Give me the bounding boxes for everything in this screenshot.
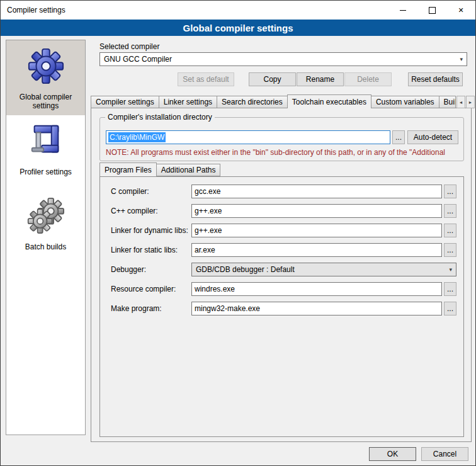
sidebar-item-label: Batch builds: [23, 242, 69, 251]
make-program-browse-button[interactable]: ...: [444, 302, 456, 315]
cpp-compiler-input[interactable]: [191, 204, 442, 218]
make-program-row: Make program: ...: [100, 302, 463, 315]
gray-gears-icon: [26, 196, 66, 236]
reset-defaults-button[interactable]: Reset defaults: [408, 72, 463, 86]
caption-buttons: ✕: [388, 1, 475, 20]
debugger-value: GDB/CDB debugger : Default: [196, 265, 449, 274]
cpp-compiler-row: C++ compiler: ...: [100, 204, 463, 218]
auto-detect-button[interactable]: Auto-detect: [407, 130, 458, 144]
arrow-left-icon: ◄: [459, 100, 463, 105]
delete-button[interactable]: Delete: [344, 72, 392, 86]
program-files-panel: C compiler: ... C++ compiler: ... Linker…: [99, 176, 464, 437]
resource-compiler-input[interactable]: [191, 282, 442, 296]
tab-scroll-left-button[interactable]: ◄: [456, 96, 465, 108]
c-compiler-browse-button[interactable]: ...: [444, 185, 456, 198]
make-program-label: Make program:: [111, 302, 162, 315]
c-compiler-input[interactable]: [191, 185, 442, 198]
make-program-input[interactable]: [191, 302, 442, 315]
debugger-row: Debugger: GDB/CDB debugger : Default ▾: [100, 263, 463, 276]
dynamic-linker-browse-button[interactable]: ...: [444, 224, 456, 237]
selected-compiler-dropdown[interactable]: GNU GCC Compiler ▾: [99, 52, 467, 66]
resource-compiler-browse-button[interactable]: ...: [444, 282, 456, 296]
tab-scroll-right-button[interactable]: ►: [466, 96, 475, 108]
sidebar-item-profiler-settings[interactable]: Profiler settings: [6, 115, 85, 190]
minimize-icon: [400, 10, 406, 11]
rename-button[interactable]: Rename: [297, 72, 344, 86]
c-compiler-label: C compiler:: [111, 185, 149, 198]
maximize-button[interactable]: [417, 1, 446, 20]
selected-compiler-value: GNU GCC Compiler: [104, 55, 460, 64]
debugger-label: Debugger:: [111, 263, 146, 276]
toolchain-executables-panel: Compiler's installation directory C:\ray…: [91, 108, 472, 442]
ok-button[interactable]: OK: [369, 447, 416, 461]
debugger-dropdown[interactable]: GDB/CDB debugger : Default ▾: [191, 263, 456, 276]
static-linker-label: Linker for static libs:: [111, 243, 178, 257]
cpp-compiler-browse-button[interactable]: ...: [444, 204, 456, 218]
arrow-right-icon: ►: [468, 100, 473, 105]
tab-compiler-settings[interactable]: Compiler settings: [91, 96, 159, 108]
subtab-additional-paths[interactable]: Additional Paths: [156, 164, 221, 176]
close-icon: ✕: [458, 6, 463, 14]
tab-custom-variables[interactable]: Custom variables: [371, 96, 439, 108]
c-compiler-row: C compiler: ...: [100, 185, 463, 198]
installation-directory-input[interactable]: C:\raylib\MinGW: [106, 130, 390, 144]
installation-directory-group: Compiler's installation directory C:\ray…: [99, 117, 464, 161]
dynamic-linker-label: Linker for dynamic libs:: [111, 224, 188, 237]
window-title: Compiler settings: [1, 6, 65, 14]
static-linker-row: Linker for static libs: ...: [100, 243, 463, 257]
tab-toolchain-executables[interactable]: Toolchain executables: [287, 94, 371, 108]
dialog-header-title: Global compiler settings: [183, 23, 293, 33]
tab-linker-settings[interactable]: Linker settings: [159, 96, 217, 108]
cpp-compiler-label: C++ compiler:: [111, 204, 158, 218]
resource-compiler-row: Resource compiler: ...: [100, 282, 463, 296]
installation-directory-group-label: Compiler's installation directory: [105, 113, 215, 122]
titlebar: Compiler settings ✕: [1, 1, 475, 20]
installation-directory-selected-text: C:\raylib\MinGW: [108, 132, 166, 142]
tab-search-directories[interactable]: Search directories: [217, 96, 288, 108]
executables-subtab-bar: Program Files Additional Paths: [99, 163, 220, 176]
resource-compiler-label: Resource compiler:: [111, 282, 176, 296]
chevron-down-icon: ▾: [449, 266, 452, 273]
close-button[interactable]: ✕: [446, 1, 475, 20]
clamp-icon: [26, 121, 66, 161]
minimize-button[interactable]: [388, 1, 417, 20]
sidebar-item-batch-builds[interactable]: Batch builds: [6, 190, 85, 265]
selected-compiler-label: Selected compiler: [99, 42, 159, 51]
compiler-settings-dialog: Compiler settings ✕ Global compiler sett…: [0, 0, 476, 466]
installation-directory-browse-button[interactable]: ...: [392, 130, 405, 144]
chevron-down-icon: ▾: [460, 56, 463, 62]
settings-tab-bar: Compiler settings Linker settings Search…: [91, 94, 455, 108]
dynamic-linker-input[interactable]: [191, 224, 442, 237]
sidebar-item-label: Profiler settings: [17, 168, 74, 176]
dynamic-linker-row: Linker for dynamic libs: ...: [100, 224, 463, 237]
compiler-actions: Set as default Copy Rename Delete Reset …: [99, 72, 467, 86]
settings-category-sidebar: Global compiler settings Profiler settin…: [6, 40, 86, 435]
maximize-icon: [429, 7, 436, 14]
tab-build-options[interactable]: Build options: [439, 96, 456, 108]
subtab-program-files[interactable]: Program Files: [99, 162, 157, 176]
static-linker-browse-button[interactable]: ...: [444, 243, 456, 257]
bin-subdirectory-note: NOTE: All programs must exist either in …: [106, 148, 462, 157]
static-linker-input[interactable]: [191, 243, 442, 257]
tab-scroll-buttons: ◄ ►: [456, 96, 475, 108]
cancel-button[interactable]: Cancel: [421, 447, 468, 461]
gear-icon: [26, 46, 66, 86]
dialog-header: Global compiler settings: [1, 20, 475, 36]
copy-button[interactable]: Copy: [249, 72, 296, 86]
sidebar-item-label: Global compiler settings: [6, 93, 85, 110]
sidebar-item-global-compiler-settings[interactable]: Global compiler settings: [6, 40, 85, 115]
set-as-default-button[interactable]: Set as default: [178, 72, 234, 86]
